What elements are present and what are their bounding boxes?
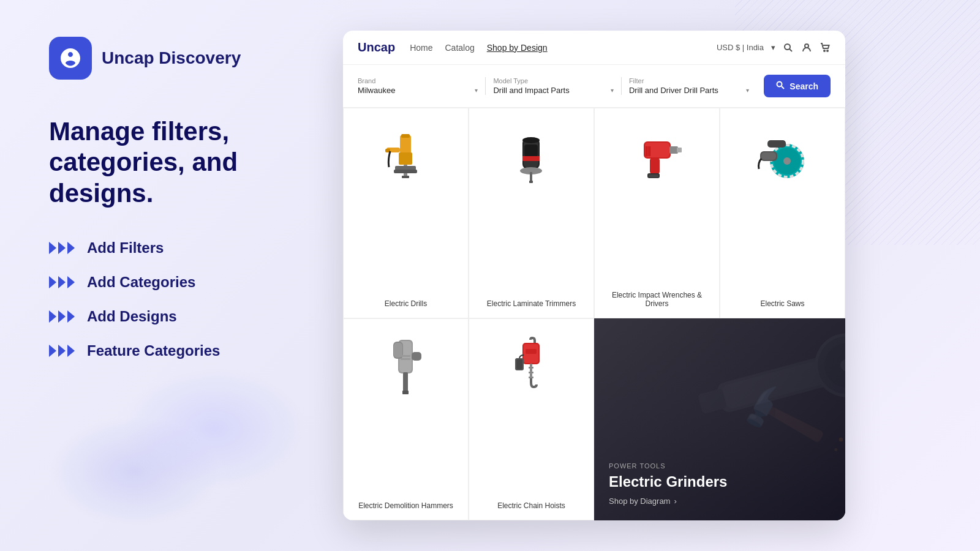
chevrons-icon: [49, 242, 75, 254]
blob-decoration: [49, 416, 221, 527]
svg-point-5: [777, 82, 782, 87]
product-image-laminate-trimmers: [479, 123, 584, 190]
product-grid: Electric Drills: [343, 108, 845, 520]
product-card-impact-wrenches[interactable]: Electric Impact Wrenches & Drivers: [594, 108, 720, 318]
brand-filter-group[interactable]: Brand Milwaukee ▾: [358, 77, 486, 95]
feature-label-add-filters: Add Filters: [87, 239, 164, 257]
feature-item-add-designs[interactable]: Add Designs: [49, 308, 306, 325]
featured-link[interactable]: Shop by Diagram ›: [609, 497, 727, 506]
svg-rect-11: [402, 176, 409, 178]
product-image-electric-drills: [353, 123, 458, 190]
featured-link-label: Shop by Diagram: [609, 497, 670, 506]
svg-rect-8: [401, 134, 410, 138]
svg-rect-9: [399, 152, 412, 165]
chevron-down-icon: ▾: [771, 43, 775, 52]
product-name-electric-drills: Electric Drills: [385, 299, 427, 308]
svg-rect-22: [530, 172, 532, 182]
feature-item-add-categories[interactable]: Add Categories: [49, 274, 306, 291]
search-button[interactable]: Search: [764, 75, 831, 97]
svg-rect-48: [401, 355, 410, 357]
product-card-chain-hoists[interactable]: Electric Chain Hoists: [469, 318, 594, 520]
brand-logo: Uncap Discovery: [49, 37, 306, 80]
svg-rect-13: [394, 170, 417, 173]
nav-bar: Uncap Home Catalog Shop by Design USD $ …: [343, 31, 845, 65]
left-panel: Uncap Discovery Manage filters, categori…: [0, 0, 343, 551]
svg-rect-25: [645, 143, 669, 157]
svg-rect-55: [530, 369, 532, 372]
brand-dropdown-arrow: ▾: [475, 87, 478, 94]
nav-locale: USD $ | India: [717, 43, 764, 52]
svg-rect-58: [529, 377, 533, 378]
chevrons-icon-4: [49, 345, 75, 357]
svg-rect-20: [522, 156, 540, 161]
browser-window: Uncap Home Catalog Shop by Design USD $ …: [343, 31, 845, 520]
svg-rect-47: [402, 391, 409, 394]
feature-list: Add Filters Add Categories Add Designs F…: [49, 239, 306, 359]
feature-item-feature-categories[interactable]: Feature Categories: [49, 342, 306, 359]
product-name-chain-hoists: Electric Chain Hoists: [497, 501, 565, 510]
brand-filter-value: Milwaukee: [358, 86, 395, 95]
featured-category: POWER TOOLS: [609, 462, 727, 470]
product-image-electric-saws: [730, 123, 835, 190]
svg-rect-39: [761, 152, 776, 160]
brand-filter-label: Brand: [358, 77, 478, 84]
nav-link-shop-by-design[interactable]: Shop by Design: [487, 43, 548, 53]
product-name-impact-wrenches: Electric Impact Wrenches & Drivers: [605, 291, 709, 308]
product-card-electric-drills[interactable]: Electric Drills: [343, 108, 469, 318]
svg-rect-60: [516, 359, 522, 369]
svg-point-18: [522, 137, 540, 143]
svg-rect-56: [529, 372, 533, 373]
feature-label-add-designs: Add Designs: [87, 308, 177, 325]
filter-group[interactable]: Filter Drill and Driver Drill Parts ▾: [629, 77, 756, 95]
brand-filter-value-row: Milwaukee ▾: [358, 86, 478, 95]
model-type-filter-value-row: Drill and Impact Parts ▾: [493, 86, 613, 95]
search-button-icon: [776, 81, 785, 91]
search-icon[interactable]: [783, 42, 794, 53]
chevrons-icon-3: [49, 310, 75, 323]
svg-point-37: [783, 157, 791, 165]
product-card-demolition-hammers[interactable]: Electric Demolition Hammers: [343, 318, 469, 520]
nav-right: USD $ | India ▾: [717, 42, 831, 53]
featured-card-electric-grinders[interactable]: POWER TOOLS Electric Grinders Shop by Di…: [594, 318, 845, 520]
model-type-filter-group[interactable]: Model Type Drill and Impact Parts ▾: [493, 77, 621, 95]
svg-rect-52: [526, 349, 537, 354]
filter-label: Filter: [629, 77, 749, 84]
user-icon[interactable]: [801, 42, 812, 53]
featured-title: Electric Grinders: [609, 473, 727, 490]
product-name-demolition-hammers: Electric Demolition Hammers: [358, 501, 453, 510]
model-type-dropdown-arrow: ▾: [611, 87, 614, 94]
headline: Manage filters, categories, and designs.: [49, 116, 306, 209]
brand-name: Uncap Discovery: [102, 48, 241, 68]
nav-links: Home Catalog Shop by Design: [410, 43, 702, 53]
featured-link-arrow: ›: [674, 497, 676, 506]
feature-item-add-filters[interactable]: Add Filters: [49, 239, 306, 257]
logo-icon: [49, 37, 92, 80]
feature-label-add-categories: Add Categories: [87, 274, 195, 291]
product-name-laminate-trimmers: Electric Laminate Trimmers: [487, 299, 576, 308]
svg-rect-30: [649, 174, 658, 178]
nav-logo: Uncap: [358, 40, 395, 54]
svg-rect-7: [400, 135, 411, 154]
svg-point-3: [824, 50, 825, 51]
nav-link-catalog[interactable]: Catalog: [445, 43, 474, 53]
product-card-electric-saws[interactable]: Electric Saws: [720, 108, 845, 318]
chevrons-icon-2: [49, 276, 75, 288]
svg-rect-26: [650, 157, 660, 174]
product-image-demolition-hammers: [353, 334, 458, 401]
svg-rect-40: [767, 140, 786, 148]
filter-dropdown-arrow: ▾: [746, 87, 749, 94]
search-button-label: Search: [790, 81, 818, 91]
filter-value-row: Drill and Driver Drill Parts ▾: [629, 86, 749, 95]
svg-rect-28: [677, 148, 682, 152]
product-name-electric-saws: Electric Saws: [760, 299, 804, 308]
cart-icon[interactable]: [820, 42, 831, 53]
svg-rect-46: [403, 372, 408, 394]
filter-bar: Brand Milwaukee ▾ Model Type Drill and I…: [343, 65, 845, 108]
svg-rect-53: [530, 364, 532, 367]
product-card-laminate-trimmers[interactable]: Electric Laminate Trimmers: [469, 108, 594, 318]
nav-link-home[interactable]: Home: [410, 43, 432, 53]
svg-rect-23: [529, 181, 533, 183]
svg-line-1: [790, 49, 792, 51]
svg-rect-19: [524, 144, 538, 157]
product-image-impact-wrenches: [605, 123, 709, 190]
